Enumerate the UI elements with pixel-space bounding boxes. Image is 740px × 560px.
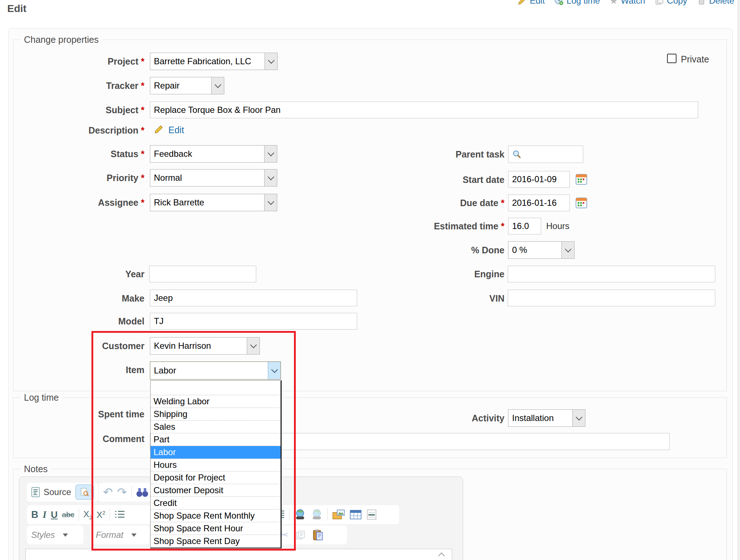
item-option[interactable] (151, 381, 281, 395)
estimated-time-unit: Hours (546, 221, 569, 232)
item-option[interactable]: Shipping (151, 408, 281, 421)
chevron-down-icon (264, 194, 277, 211)
delete-action-link[interactable]: Delete (697, 0, 734, 6)
subject-label: Subject* (22, 105, 144, 115)
engine-label: Engine (359, 269, 504, 279)
pencil-icon (518, 0, 527, 5)
italic-button[interactable]: I (43, 509, 47, 520)
toolbar-separator (327, 508, 328, 521)
page-scrollbar[interactable] (738, 0, 740, 560)
subscript-button[interactable]: X2 (83, 509, 92, 520)
item-option[interactable]: Deposit for Project (151, 471, 281, 484)
assignee-select[interactable]: Rick Barrette (150, 194, 277, 211)
source-doc-icon (31, 487, 40, 497)
activity-select[interactable]: Installation (508, 409, 585, 427)
copy-action-link[interactable]: Copy (655, 0, 687, 6)
description-label: Description* (22, 125, 144, 136)
chevron-down-icon (572, 410, 585, 426)
clock-plus-icon (554, 0, 564, 5)
log-time-action-link[interactable]: Log time (554, 0, 600, 6)
due-date-input[interactable]: 2016-01-16 (508, 195, 570, 211)
log-time-legend: Log time (20, 392, 62, 403)
priority-select[interactable]: Normal (150, 169, 277, 187)
calendar-icon[interactable] (576, 197, 587, 208)
item-option[interactable]: Credit (151, 497, 281, 510)
status-label: Status* (22, 148, 144, 159)
item-option[interactable]: Part (151, 433, 281, 446)
link-icon[interactable] (294, 509, 306, 520)
tracker-select[interactable]: Repair (150, 77, 224, 94)
chevron-down-icon (264, 169, 277, 186)
pencil-icon (154, 124, 164, 134)
item-option[interactable]: Hours (151, 459, 281, 471)
priority-label: Priority* (22, 172, 144, 183)
chevron-down-icon (264, 146, 277, 162)
activity-select-value: Installation (508, 410, 572, 426)
status-select[interactable]: Feedback (150, 145, 277, 163)
issue-edit-page: Edit Log time ★ Watch Copy Delete Edit C… (0, 0, 740, 560)
year-label: Year (22, 269, 144, 279)
unlink-icon[interactable] (311, 509, 323, 520)
tracker-select-value: Repair (150, 77, 211, 94)
styles-combo[interactable]: Styles (31, 530, 68, 540)
item-option[interactable]: Shop Space Rent Hour (151, 522, 281, 535)
year-input[interactable] (149, 266, 256, 282)
notes-legend: Notes (20, 463, 51, 474)
private-checkbox[interactable] (667, 54, 676, 63)
subject-input[interactable]: Replace Torque Box & Floor Pan (150, 102, 698, 118)
make-input[interactable]: Jeep (150, 290, 357, 306)
copy-document-icon[interactable] (295, 530, 306, 540)
copy-icon (655, 0, 664, 5)
start-date-input[interactable]: 2016-01-09 (508, 171, 570, 188)
underline-button[interactable]: U (51, 509, 58, 520)
vin-label: VIN (359, 293, 504, 304)
action-bar: Edit Log time ★ Watch Copy Delete (518, 0, 734, 7)
preview-icon (80, 487, 89, 497)
due-date-label: Due date* (359, 197, 504, 208)
image-icon[interactable] (332, 509, 345, 520)
preview-button[interactable] (75, 485, 94, 500)
chevron-down-icon (265, 53, 277, 70)
magnifier-icon (512, 150, 522, 159)
watch-action-link[interactable]: ★ Watch (609, 0, 645, 6)
estimated-time-label: Estimated time* (359, 221, 504, 232)
chevron-down-icon (561, 242, 574, 258)
editor-source-group: Source (27, 483, 98, 502)
source-button[interactable]: Source (31, 487, 71, 497)
scroll-up-icon[interactable] (438, 552, 445, 559)
estimated-time-input[interactable]: 16.0 (508, 218, 541, 234)
percent-done-select-value: 0 % (508, 242, 561, 258)
table-icon[interactable] (349, 509, 362, 520)
star-icon: ★ (609, 0, 618, 5)
assignee-select-value: Rick Barrette (150, 194, 264, 211)
edit-action-link[interactable]: Edit (518, 0, 545, 6)
paste-icon[interactable] (312, 529, 323, 541)
trash-icon (697, 0, 706, 5)
make-label: Make (22, 293, 144, 304)
status-select-value: Feedback (150, 146, 264, 162)
strikethrough-button[interactable]: abc (62, 510, 74, 519)
item-option[interactable]: Shop Space Rent Monthly (151, 510, 281, 522)
engine-input[interactable] (508, 266, 715, 282)
item-option[interactable]: Sales (151, 421, 281, 433)
item-option[interactable]: Welding Labor (151, 395, 281, 408)
bold-button[interactable]: B (31, 509, 38, 520)
private-label: Private (681, 54, 709, 65)
item-dropdown: Welding Labor Shipping Sales Part Labor … (150, 380, 282, 548)
item-option[interactable]: Customer Deposit (151, 484, 281, 497)
chevron-down-icon (63, 534, 68, 537)
styles-combo-group: Styles (27, 526, 83, 544)
project-select[interactable]: Barrette Fabrication, LLC (150, 53, 278, 70)
item-option[interactable]: Shop Space Rent Day (151, 535, 281, 548)
project-select-value: Barrette Fabrication, LLC (150, 53, 265, 70)
parent-task-input[interactable] (508, 146, 583, 163)
horizontal-rule-icon[interactable] (366, 509, 377, 520)
vin-input[interactable] (508, 290, 715, 306)
parent-task-label: Parent task (359, 149, 504, 160)
calendar-icon[interactable] (576, 173, 587, 185)
percent-done-select[interactable]: 0 % (508, 241, 575, 259)
item-option-selected[interactable]: Labor (151, 446, 281, 459)
activity-label: Activity (359, 413, 504, 424)
model-input[interactable]: TJ (150, 313, 357, 330)
description-edit-link[interactable]: Edit (168, 125, 184, 135)
